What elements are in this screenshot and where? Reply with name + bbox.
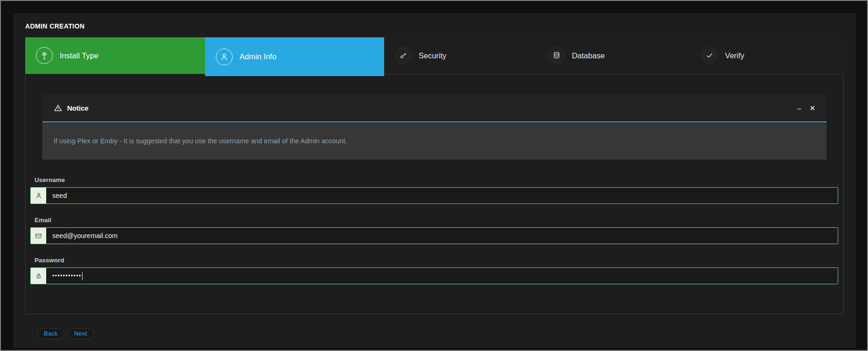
username-input-group: [30, 187, 838, 204]
wizard-footer: Back Next: [37, 328, 844, 339]
database-icon: [548, 47, 565, 64]
signpost-icon: [36, 47, 53, 64]
username-input[interactable]: [47, 188, 838, 204]
step-verify[interactable]: Verify: [690, 37, 844, 74]
email-input[interactable]: [47, 228, 838, 244]
notice-body: If using Plex or Emby - It is suggested …: [42, 122, 827, 160]
notice-header: Notice – ✕: [42, 94, 827, 121]
password-input[interactable]: •••••••••••: [47, 268, 838, 284]
key-icon: [395, 47, 412, 64]
password-label: Password: [34, 257, 838, 264]
password-masked-value: •••••••••••: [52, 273, 82, 279]
password-input-group: •••••••••••: [30, 267, 838, 284]
notice-controls: – ✕: [797, 105, 815, 112]
step-label: Admin Info: [240, 52, 276, 61]
notice-minimize-button[interactable]: –: [797, 105, 801, 112]
admin-info-form-panel: Notice – ✕ If using Plex or Emby - It is…: [25, 74, 844, 314]
step-label: Verify: [725, 51, 744, 60]
password-field-group: Password •••••••••••: [30, 257, 838, 284]
lock-icon: [31, 268, 47, 284]
email-input-group: [30, 227, 838, 244]
username-label: Username: [34, 177, 838, 183]
notice-panel: Notice – ✕ If using Plex or Emby - It is…: [42, 94, 827, 160]
user-addon-icon: [31, 188, 47, 204]
notice-text: If using Plex or Emby - It is suggested …: [54, 137, 347, 145]
step-security[interactable]: Security: [384, 37, 537, 74]
page-background: ADMIN CREATION Install Type Admin Info: [0, 0, 868, 351]
step-install-type[interactable]: Install Type: [25, 37, 205, 74]
notice-close-button[interactable]: ✕: [809, 105, 815, 112]
step-label: Database: [572, 51, 605, 60]
step-database[interactable]: Database: [537, 37, 691, 74]
email-label: Email: [34, 217, 838, 224]
email-field-group: Email: [30, 217, 838, 244]
next-button[interactable]: Next: [68, 328, 94, 339]
warning-icon: [54, 104, 62, 112]
text-caret: [82, 272, 83, 280]
step-label: Security: [419, 51, 447, 60]
user-icon: [216, 49, 233, 65]
username-field-group: Username: [30, 177, 838, 204]
page-title: ADMIN CREATION: [25, 23, 844, 29]
wizard-steps: Install Type Admin Info Security: [25, 37, 844, 74]
step-label: Install Type: [60, 51, 98, 60]
back-button[interactable]: Back: [37, 328, 64, 339]
envelope-icon: [31, 228, 47, 244]
notice-title: Notice: [67, 104, 89, 112]
check-icon: [701, 47, 718, 64]
step-admin-info[interactable]: Admin Info: [205, 37, 384, 76]
admin-creation-panel: ADMIN CREATION Install Type Admin Info: [13, 13, 856, 348]
